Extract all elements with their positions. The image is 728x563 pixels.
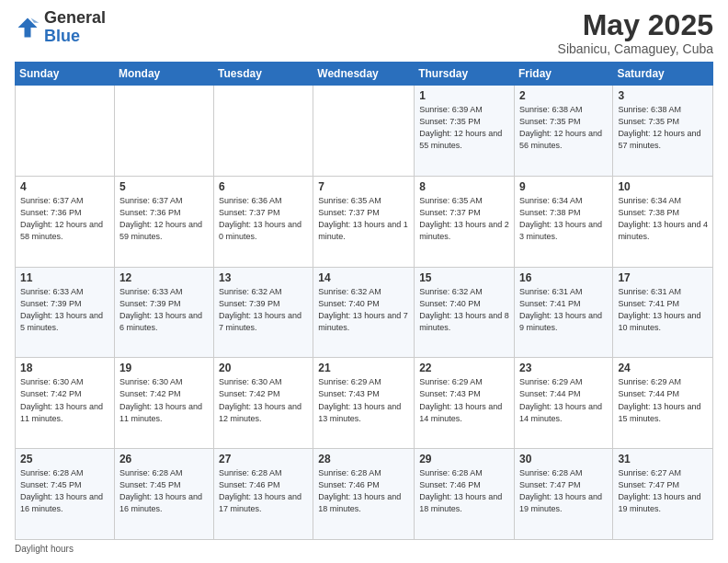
day-info: Sunrise: 6:36 AM Sunset: 7:37 PM Dayligh… xyxy=(219,195,308,243)
day-info: Sunrise: 6:33 AM Sunset: 7:39 PM Dayligh… xyxy=(20,286,109,334)
calendar-cell xyxy=(313,86,415,177)
svg-marker-1 xyxy=(31,17,40,22)
day-number: 12 xyxy=(119,271,209,284)
calendar-week-row: 11Sunrise: 6:33 AM Sunset: 7:39 PM Dayli… xyxy=(16,267,713,358)
calendar-cell: 7Sunrise: 6:35 AM Sunset: 7:37 PM Daylig… xyxy=(313,176,415,267)
calendar-cell: 18Sunrise: 6:30 AM Sunset: 7:42 PM Dayli… xyxy=(16,358,115,449)
calendar-cell: 30Sunrise: 6:28 AM Sunset: 7:47 PM Dayli… xyxy=(514,449,612,540)
day-number: 23 xyxy=(519,362,608,374)
day-number: 8 xyxy=(419,180,509,193)
day-number: 25 xyxy=(20,453,109,465)
calendar-cell: 22Sunrise: 6:29 AM Sunset: 7:43 PM Dayli… xyxy=(415,358,515,449)
day-info: Sunrise: 6:27 AM Sunset: 7:47 PM Dayligh… xyxy=(618,467,708,515)
calendar-cell: 8Sunrise: 6:35 AM Sunset: 7:37 PM Daylig… xyxy=(415,176,515,267)
day-info: Sunrise: 6:28 AM Sunset: 7:46 PM Dayligh… xyxy=(318,467,409,515)
day-info: Sunrise: 6:34 AM Sunset: 7:38 PM Dayligh… xyxy=(519,195,608,243)
day-number: 9 xyxy=(519,180,608,193)
calendar-cell: 5Sunrise: 6:37 AM Sunset: 7:36 PM Daylig… xyxy=(114,176,213,267)
logo-general-text: General xyxy=(44,8,106,27)
calendar-header-saturday: Saturday xyxy=(613,63,713,86)
calendar-cell: 4Sunrise: 6:37 AM Sunset: 7:36 PM Daylig… xyxy=(16,176,115,267)
calendar-cell: 20Sunrise: 6:30 AM Sunset: 7:42 PM Dayli… xyxy=(214,358,313,449)
logo-blue-text: Blue xyxy=(44,27,80,45)
calendar-cell: 26Sunrise: 6:28 AM Sunset: 7:45 PM Dayli… xyxy=(114,449,213,540)
day-info: Sunrise: 6:33 AM Sunset: 7:39 PM Dayligh… xyxy=(119,286,209,334)
calendar-cell: 28Sunrise: 6:28 AM Sunset: 7:46 PM Dayli… xyxy=(313,449,415,540)
day-number: 3 xyxy=(618,89,708,102)
day-info: Sunrise: 6:32 AM Sunset: 7:40 PM Dayligh… xyxy=(419,286,509,334)
calendar-cell: 17Sunrise: 6:31 AM Sunset: 7:41 PM Dayli… xyxy=(613,267,713,358)
day-info: Sunrise: 6:30 AM Sunset: 7:42 PM Dayligh… xyxy=(219,376,308,424)
calendar-cell: 3Sunrise: 6:38 AM Sunset: 7:35 PM Daylig… xyxy=(613,86,713,177)
calendar-cell: 15Sunrise: 6:32 AM Sunset: 7:40 PM Dayli… xyxy=(415,267,515,358)
day-info: Sunrise: 6:28 AM Sunset: 7:47 PM Dayligh… xyxy=(519,467,608,515)
day-number: 27 xyxy=(219,453,308,465)
day-info: Sunrise: 6:31 AM Sunset: 7:41 PM Dayligh… xyxy=(519,286,608,334)
calendar-cell xyxy=(16,86,115,177)
day-info: Sunrise: 6:31 AM Sunset: 7:41 PM Dayligh… xyxy=(618,286,708,334)
day-number: 13 xyxy=(219,271,308,284)
day-info: Sunrise: 6:39 AM Sunset: 7:35 PM Dayligh… xyxy=(419,104,509,152)
day-number: 14 xyxy=(318,271,409,284)
day-number: 19 xyxy=(119,362,209,374)
day-info: Sunrise: 6:37 AM Sunset: 7:36 PM Dayligh… xyxy=(20,195,109,243)
calendar-cell xyxy=(114,86,213,177)
calendar-cell xyxy=(214,86,313,177)
calendar-header-wednesday: Wednesday xyxy=(313,63,415,86)
day-number: 21 xyxy=(318,362,409,374)
day-number: 31 xyxy=(618,453,708,465)
calendar-week-row: 1Sunrise: 6:39 AM Sunset: 7:35 PM Daylig… xyxy=(16,86,713,177)
day-number: 16 xyxy=(519,271,608,284)
calendar-week-row: 18Sunrise: 6:30 AM Sunset: 7:42 PM Dayli… xyxy=(16,358,713,449)
day-info: Sunrise: 6:32 AM Sunset: 7:40 PM Dayligh… xyxy=(318,286,409,334)
day-number: 2 xyxy=(519,89,608,102)
day-number: 10 xyxy=(618,180,708,193)
day-number: 5 xyxy=(119,180,209,193)
page: General Blue May 2025 Sibanicu, Camaguey… xyxy=(0,0,728,563)
day-number: 30 xyxy=(519,453,608,465)
day-number: 28 xyxy=(318,453,409,465)
day-number: 4 xyxy=(20,180,109,193)
calendar-cell: 16Sunrise: 6:31 AM Sunset: 7:41 PM Dayli… xyxy=(514,267,612,358)
calendar-cell: 27Sunrise: 6:28 AM Sunset: 7:46 PM Dayli… xyxy=(214,449,313,540)
day-info: Sunrise: 6:38 AM Sunset: 7:35 PM Dayligh… xyxy=(519,104,608,152)
calendar-cell: 13Sunrise: 6:32 AM Sunset: 7:39 PM Dayli… xyxy=(214,267,313,358)
day-number: 11 xyxy=(20,271,109,284)
calendar-cell: 23Sunrise: 6:29 AM Sunset: 7:44 PM Dayli… xyxy=(514,358,612,449)
day-info: Sunrise: 6:28 AM Sunset: 7:45 PM Dayligh… xyxy=(20,467,109,515)
calendar-cell: 24Sunrise: 6:29 AM Sunset: 7:44 PM Dayli… xyxy=(613,358,713,449)
calendar-header-row: SundayMondayTuesdayWednesdayThursdayFrid… xyxy=(16,63,713,86)
day-number: 29 xyxy=(419,453,509,465)
calendar-cell: 19Sunrise: 6:30 AM Sunset: 7:42 PM Dayli… xyxy=(114,358,213,449)
calendar-cell: 9Sunrise: 6:34 AM Sunset: 7:38 PM Daylig… xyxy=(514,176,612,267)
day-info: Sunrise: 6:28 AM Sunset: 7:46 PM Dayligh… xyxy=(219,467,308,515)
day-info: Sunrise: 6:32 AM Sunset: 7:39 PM Dayligh… xyxy=(219,286,308,334)
calendar-cell: 31Sunrise: 6:27 AM Sunset: 7:47 PM Dayli… xyxy=(613,449,713,540)
day-number: 7 xyxy=(318,180,409,193)
day-number: 22 xyxy=(419,362,509,374)
calendar-cell: 11Sunrise: 6:33 AM Sunset: 7:39 PM Dayli… xyxy=(16,267,115,358)
calendar-header-tuesday: Tuesday xyxy=(214,63,313,86)
month-title: May 2025 xyxy=(558,9,713,41)
calendar-cell: 14Sunrise: 6:32 AM Sunset: 7:40 PM Dayli… xyxy=(313,267,415,358)
day-info: Sunrise: 6:29 AM Sunset: 7:43 PM Dayligh… xyxy=(318,376,409,424)
calendar-week-row: 4Sunrise: 6:37 AM Sunset: 7:36 PM Daylig… xyxy=(16,176,713,267)
title-block: May 2025 Sibanicu, Camaguey, Cuba xyxy=(558,9,713,56)
calendar-cell: 25Sunrise: 6:28 AM Sunset: 7:45 PM Dayli… xyxy=(16,449,115,540)
day-number: 15 xyxy=(419,271,509,284)
calendar-cell: 10Sunrise: 6:34 AM Sunset: 7:38 PM Dayli… xyxy=(613,176,713,267)
day-info: Sunrise: 6:35 AM Sunset: 7:37 PM Dayligh… xyxy=(318,195,409,243)
calendar-cell: 1Sunrise: 6:39 AM Sunset: 7:35 PM Daylig… xyxy=(415,86,515,177)
day-number: 20 xyxy=(219,362,308,374)
day-number: 24 xyxy=(618,362,708,374)
calendar-table: SundayMondayTuesdayWednesdayThursdayFrid… xyxy=(15,62,713,540)
day-number: 1 xyxy=(419,89,509,102)
header: General Blue May 2025 Sibanicu, Camaguey… xyxy=(15,9,713,56)
logo: General Blue xyxy=(15,9,106,46)
day-number: 18 xyxy=(20,362,109,374)
calendar-week-row: 25Sunrise: 6:28 AM Sunset: 7:45 PM Dayli… xyxy=(16,449,713,540)
calendar-cell: 29Sunrise: 6:28 AM Sunset: 7:46 PM Dayli… xyxy=(415,449,515,540)
day-info: Sunrise: 6:29 AM Sunset: 7:43 PM Dayligh… xyxy=(419,376,509,424)
day-number: 6 xyxy=(219,180,308,193)
day-info: Sunrise: 6:37 AM Sunset: 7:36 PM Dayligh… xyxy=(119,195,209,243)
